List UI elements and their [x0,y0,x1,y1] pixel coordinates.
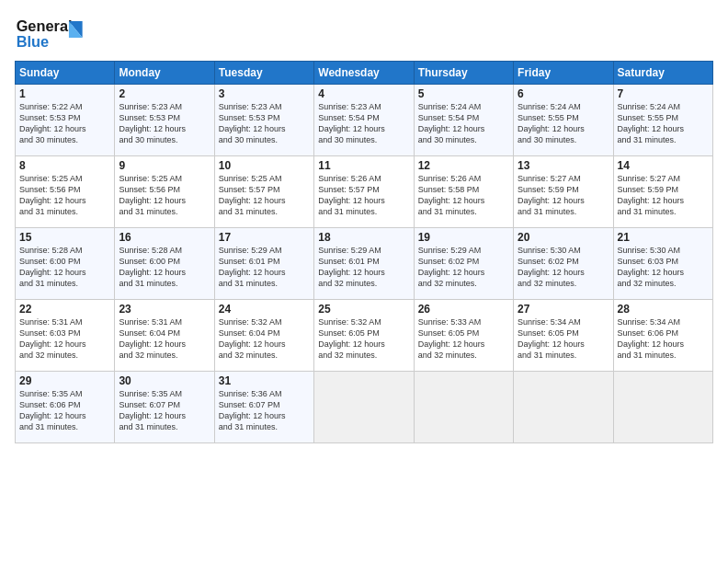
day-number: 25 [318,303,409,316]
day-info: Sunrise: 5:34 AM Sunset: 6:06 PM Dayligh… [618,316,709,362]
calendar-cell: 13Sunrise: 5:27 AM Sunset: 5:59 PM Dayli… [514,156,613,228]
day-info: Sunrise: 5:32 AM Sunset: 6:04 PM Dayligh… [219,316,310,362]
calendar-cell: 10Sunrise: 5:25 AM Sunset: 5:57 PM Dayli… [214,156,313,228]
day-info: Sunrise: 5:32 AM Sunset: 6:05 PM Dayligh… [318,316,409,362]
day-info: Sunrise: 5:31 AM Sunset: 6:03 PM Dayligh… [19,316,110,362]
day-number: 2 [119,87,210,100]
day-number: 3 [219,87,310,100]
calendar-cell: 24Sunrise: 5:32 AM Sunset: 6:04 PM Dayli… [214,300,313,372]
calendar-cell: 28Sunrise: 5:34 AM Sunset: 6:06 PM Dayli… [613,300,712,372]
day-number: 31 [219,374,310,387]
calendar-cell: 1Sunrise: 5:22 AM Sunset: 5:53 PM Daylig… [16,85,115,156]
calendar-week-4: 22Sunrise: 5:31 AM Sunset: 6:03 PM Dayli… [16,300,713,372]
day-info: Sunrise: 5:29 AM Sunset: 6:01 PM Dayligh… [318,245,409,290]
day-number: 28 [618,303,709,316]
calendar-cell: 21Sunrise: 5:30 AM Sunset: 6:03 PM Dayli… [613,228,712,300]
day-number: 17 [219,231,310,244]
calendar-cell: 26Sunrise: 5:33 AM Sunset: 6:05 PM Dayli… [414,300,513,372]
calendar-cell: 27Sunrise: 5:34 AM Sunset: 6:05 PM Dayli… [514,300,613,372]
weekday-header-sunday: Sunday [16,62,115,85]
calendar-cell: 4Sunrise: 5:23 AM Sunset: 5:54 PM Daylig… [314,85,414,156]
calendar-cell: 6Sunrise: 5:24 AM Sunset: 5:55 PM Daylig… [514,85,613,156]
svg-text:Blue: Blue [17,33,49,50]
day-number: 23 [119,303,210,316]
weekday-header-wednesday: Wednesday [314,62,414,85]
calendar-header: SundayMondayTuesdayWednesdayThursdayFrid… [16,62,713,85]
header-row: SundayMondayTuesdayWednesdayThursdayFrid… [16,62,713,85]
calendar-cell: 7Sunrise: 5:24 AM Sunset: 5:55 PM Daylig… [613,85,712,156]
day-number: 29 [19,374,110,387]
calendar-cell: 20Sunrise: 5:30 AM Sunset: 6:02 PM Dayli… [514,228,613,300]
calendar-cell: 8Sunrise: 5:25 AM Sunset: 5:56 PM Daylig… [16,156,115,228]
weekday-header-saturday: Saturday [613,62,712,85]
calendar-cell: 17Sunrise: 5:29 AM Sunset: 6:01 PM Dayli… [214,228,313,300]
day-number: 19 [418,231,509,244]
page: General Blue SundayMondayTuesdayWednesda… [0,0,728,563]
day-info: Sunrise: 5:27 AM Sunset: 5:59 PM Dayligh… [518,173,609,218]
day-info: Sunrise: 5:35 AM Sunset: 6:07 PM Dayligh… [119,388,210,433]
weekday-header-thursday: Thursday [414,62,513,85]
calendar-cell: 3Sunrise: 5:23 AM Sunset: 5:53 PM Daylig… [214,85,313,156]
day-info: Sunrise: 5:26 AM Sunset: 5:58 PM Dayligh… [418,173,509,218]
calendar-cell: 12Sunrise: 5:26 AM Sunset: 5:58 PM Dayli… [414,156,513,228]
day-info: Sunrise: 5:25 AM Sunset: 5:57 PM Dayligh… [219,173,310,218]
header: General Blue [15,15,713,52]
day-info: Sunrise: 5:22 AM Sunset: 5:53 PM Dayligh… [19,101,110,146]
calendar-cell: 5Sunrise: 5:24 AM Sunset: 5:54 PM Daylig… [414,85,513,156]
day-info: Sunrise: 5:34 AM Sunset: 6:05 PM Dayligh… [518,316,609,362]
logo-image: General Blue [15,15,97,52]
day-number: 15 [19,231,110,244]
day-info: Sunrise: 5:29 AM Sunset: 6:02 PM Dayligh… [418,245,509,290]
svg-text:General: General [17,17,73,34]
day-info: Sunrise: 5:26 AM Sunset: 5:57 PM Dayligh… [318,173,409,218]
day-info: Sunrise: 5:33 AM Sunset: 6:05 PM Dayligh… [418,316,509,362]
day-number: 30 [119,374,210,387]
day-number: 5 [418,87,509,100]
day-info: Sunrise: 5:30 AM Sunset: 6:02 PM Dayligh… [518,245,609,290]
calendar-week-5: 29Sunrise: 5:35 AM Sunset: 6:06 PM Dayli… [16,372,713,443]
calendar-cell [414,372,513,443]
day-info: Sunrise: 5:25 AM Sunset: 5:56 PM Dayligh… [119,173,210,218]
day-number: 27 [518,303,609,316]
day-number: 1 [19,87,110,100]
calendar-week-1: 1Sunrise: 5:22 AM Sunset: 5:53 PM Daylig… [16,85,713,156]
day-info: Sunrise: 5:36 AM Sunset: 6:07 PM Dayligh… [219,388,310,433]
calendar-cell: 14Sunrise: 5:27 AM Sunset: 5:59 PM Dayli… [613,156,712,228]
calendar-cell: 18Sunrise: 5:29 AM Sunset: 6:01 PM Dayli… [314,228,414,300]
day-number: 7 [618,87,709,100]
day-info: Sunrise: 5:29 AM Sunset: 6:01 PM Dayligh… [219,245,310,290]
day-number: 11 [318,159,409,172]
calendar-cell: 19Sunrise: 5:29 AM Sunset: 6:02 PM Dayli… [414,228,513,300]
calendar-cell: 2Sunrise: 5:23 AM Sunset: 5:53 PM Daylig… [115,85,214,156]
calendar-cell: 16Sunrise: 5:28 AM Sunset: 6:00 PM Dayli… [115,228,214,300]
day-info: Sunrise: 5:23 AM Sunset: 5:53 PM Dayligh… [119,101,210,146]
day-number: 26 [418,303,509,316]
calendar-cell [514,372,613,443]
day-number: 6 [518,87,609,100]
day-info: Sunrise: 5:31 AM Sunset: 6:04 PM Dayligh… [119,316,210,362]
weekday-header-tuesday: Tuesday [214,62,313,85]
day-info: Sunrise: 5:28 AM Sunset: 6:00 PM Dayligh… [19,245,110,290]
day-info: Sunrise: 5:28 AM Sunset: 6:00 PM Dayligh… [119,245,210,290]
calendar-cell: 11Sunrise: 5:26 AM Sunset: 5:57 PM Dayli… [314,156,414,228]
day-number: 9 [119,159,210,172]
day-number: 18 [318,231,409,244]
calendar-cell: 15Sunrise: 5:28 AM Sunset: 6:00 PM Dayli… [16,228,115,300]
day-info: Sunrise: 5:25 AM Sunset: 5:56 PM Dayligh… [19,173,110,218]
calendar-cell: 30Sunrise: 5:35 AM Sunset: 6:07 PM Dayli… [115,372,214,443]
calendar-cell [314,372,414,443]
calendar-cell: 23Sunrise: 5:31 AM Sunset: 6:04 PM Dayli… [115,300,214,372]
day-number: 14 [618,159,709,172]
day-info: Sunrise: 5:24 AM Sunset: 5:54 PM Dayligh… [418,101,509,146]
calendar-cell: 22Sunrise: 5:31 AM Sunset: 6:03 PM Dayli… [16,300,115,372]
day-info: Sunrise: 5:23 AM Sunset: 5:54 PM Dayligh… [318,101,409,146]
weekday-header-monday: Monday [115,62,214,85]
weekday-header-friday: Friday [514,62,613,85]
day-number: 4 [318,87,409,100]
calendar-cell: 25Sunrise: 5:32 AM Sunset: 6:05 PM Dayli… [314,300,414,372]
day-info: Sunrise: 5:27 AM Sunset: 5:59 PM Dayligh… [618,173,709,218]
logo: General Blue [15,15,97,52]
calendar-week-3: 15Sunrise: 5:28 AM Sunset: 6:00 PM Dayli… [16,228,713,300]
day-info: Sunrise: 5:35 AM Sunset: 6:06 PM Dayligh… [19,388,110,433]
day-number: 20 [518,231,609,244]
